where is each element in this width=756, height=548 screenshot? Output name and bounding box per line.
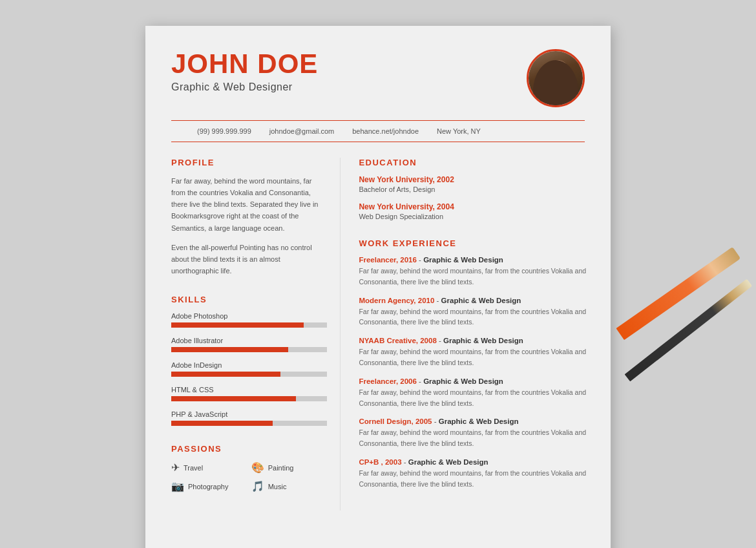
work-item: Cornell Design, 2005 - Graphic & Web Des… [359, 417, 587, 449]
work-description: Far far away, behind the word mountains,… [359, 266, 587, 288]
work-description: Far far away, behind the word mountains,… [359, 427, 587, 449]
skills-title: SKILLS [171, 295, 327, 304]
education-item: New York University, 2004 Web Design Spe… [359, 202, 587, 220]
work-separator: - [439, 337, 443, 344]
skill-bar-background [171, 347, 327, 352]
passion-label: Painting [268, 464, 294, 472]
work-company: Freelancer, 2006 [359, 377, 417, 385]
contact-website: behance.net/johndoe [352, 127, 419, 135]
resume-document: JOHN DOE Graphic & Web Designer (99) 999… [145, 26, 611, 548]
work-separator: - [437, 297, 441, 304]
work-description: Far far away, behind the word mountains,… [359, 346, 587, 368]
passion-label: Travel [184, 464, 203, 472]
skill-name: PHP & JavaScript [171, 410, 327, 418]
work-role: Graphic & Web Design [439, 417, 519, 425]
work-company: NYAAB Creative, 2008 [359, 337, 436, 344]
profile-text-2: Even the all-powerful Pointing has no co… [171, 242, 327, 277]
education-section: EDUCATION New York University, 2002 Bach… [359, 158, 587, 220]
work-title-line: Freelancer, 2016 - Graphic & Web Design [359, 256, 587, 264]
work-company: CP+B , 2003 [359, 458, 401, 466]
profile-title: PROFILE [171, 158, 327, 167]
experience-title: WORK EXPERIENCE [359, 238, 587, 248]
work-title-line: NYAAB Creative, 2008 - Graphic & Web Des… [359, 337, 587, 344]
right-column: EDUCATION New York University, 2002 Bach… [341, 158, 611, 511]
work-title-line: Cornell Design, 2005 - Graphic & Web Des… [359, 417, 587, 425]
work-company: Freelancer, 2016 [359, 256, 417, 264]
passions-grid: ✈ Travel 🎨 Painting 📷 Photography 🎵 Musi… [171, 461, 327, 492]
edu-school: New York University, 2002 [359, 175, 587, 184]
passions-title: PASSIONS [171, 444, 327, 454]
skill-item: Adobe Photoshop [171, 312, 327, 328]
work-company: Cornell Design, 2005 [359, 417, 432, 425]
pencil-orange-decoration [616, 247, 740, 340]
contact-bar: (99) 999.999.999 johndoe@gmail.com behan… [171, 120, 585, 142]
skill-bar-background [171, 322, 327, 328]
avatar-body [533, 60, 578, 105]
skill-bar-background [171, 372, 327, 377]
work-company: Modern Agency, 2010 [359, 297, 434, 304]
skill-bar-background [171, 421, 327, 426]
passion-item: ✈ Travel [171, 461, 247, 474]
page-wrapper: JOHN DOE Graphic & Web Designer (99) 999… [0, 0, 756, 548]
passion-item: 📷 Photography [171, 480, 247, 492]
education-list: New York University, 2002 Bachelor of Ar… [359, 175, 587, 220]
passion-item: 🎵 Music [251, 480, 328, 492]
passion-icon: 🎵 [251, 480, 264, 492]
avatar-image [529, 51, 583, 105]
work-item: Modern Agency, 2010 - Graphic & Web Desi… [359, 297, 587, 328]
skill-bar-fill [171, 396, 296, 401]
skills-section: SKILLS Adobe Photoshop Adobe Illustrator… [171, 295, 327, 426]
work-item: Freelancer, 2006 - Graphic & Web Design … [359, 377, 587, 409]
passion-icon: 🎨 [251, 461, 264, 474]
edu-degree: Bachelor of Arts, Design [359, 185, 587, 193]
skill-item: Adobe Illustrator [171, 337, 327, 352]
resume-body: PROFILE Far far away, behind the word mo… [145, 142, 611, 526]
passions-section: PASSIONS ✈ Travel 🎨 Painting 📷 Photograp… [171, 444, 327, 492]
work-title-line: Modern Agency, 2010 - Graphic & Web Desi… [359, 297, 587, 304]
skill-bar-fill [171, 347, 288, 352]
passion-item: 🎨 Painting [251, 461, 328, 474]
passion-icon: ✈ [171, 461, 180, 474]
work-description: Far far away, behind the word mountains,… [359, 387, 587, 409]
edu-degree: Web Design Specialization [359, 213, 587, 220]
skill-item: HTML & CSS [171, 386, 327, 401]
skill-bar-fill [171, 372, 280, 377]
contact-phone: (99) 999.999.999 [197, 127, 251, 135]
passion-label: Photography [188, 483, 228, 490]
person-title: Graphic & Web Designer [171, 81, 318, 93]
skill-item: PHP & JavaScript [171, 410, 327, 426]
work-role: Graphic & Web Design [443, 337, 523, 344]
work-role: Graphic & Web Design [408, 458, 488, 466]
skill-name: Adobe Illustrator [171, 337, 327, 344]
skill-item: Adobe InDesign [171, 361, 327, 377]
work-title-line: Freelancer, 2006 - Graphic & Web Design [359, 377, 587, 385]
person-name: JOHN DOE [171, 49, 318, 79]
header-left: JOHN DOE Graphic & Web Designer [171, 49, 318, 93]
work-role: Graphic & Web Design [441, 297, 521, 304]
passion-label: Music [268, 483, 287, 490]
work-separator: - [434, 417, 439, 425]
left-column: PROFILE Far far away, behind the word mo… [145, 158, 341, 511]
skill-name: Adobe Photoshop [171, 312, 327, 320]
profile-section: PROFILE Far far away, behind the word mo… [171, 158, 327, 277]
skills-list: Adobe Photoshop Adobe Illustrator Adobe … [171, 312, 327, 426]
resume-header: JOHN DOE Graphic & Web Designer [145, 26, 611, 120]
contact-email: johndoe@gmail.com [269, 127, 334, 135]
contact-location: New York, NY [437, 127, 481, 135]
work-description: Far far away, behind the word mountains,… [359, 468, 587, 490]
experience-list: Freelancer, 2016 - Graphic & Web Design … [359, 256, 587, 490]
education-item: New York University, 2002 Bachelor of Ar… [359, 175, 587, 193]
work-title-line: CP+B , 2003 - Graphic & Web Design [359, 458, 587, 466]
work-role: Graphic & Web Design [423, 377, 503, 385]
avatar [527, 49, 585, 107]
skill-bar-fill [171, 322, 304, 328]
education-title: EDUCATION [359, 158, 587, 167]
skill-name: Adobe InDesign [171, 361, 327, 369]
work-item: NYAAB Creative, 2008 - Graphic & Web Des… [359, 337, 587, 368]
experience-section: WORK EXPERIENCE Freelancer, 2016 - Graph… [359, 238, 587, 490]
passion-icon: 📷 [171, 480, 184, 492]
work-separator: - [404, 458, 408, 466]
work-item: Freelancer, 2016 - Graphic & Web Design … [359, 256, 587, 288]
profile-text-1: Far far away, behind the word mountains,… [171, 175, 327, 234]
skill-bar-background [171, 396, 327, 401]
